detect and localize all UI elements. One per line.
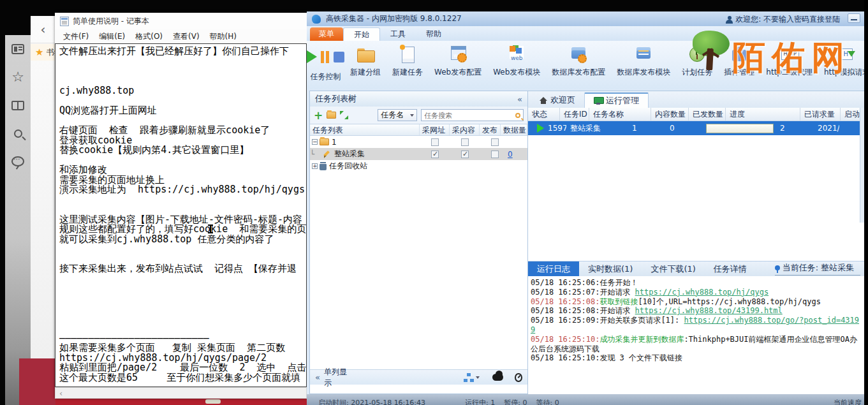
collector-titlebar[interactable]: 高铁采集器 - 内网加密狗版 9.8.0.1227 欢迎您: 不要输入密码直接登… — [307, 11, 864, 26]
checkbox[interactable] — [431, 138, 439, 146]
toolbar-button-web-config[interactable]: Web发布配置 — [429, 41, 487, 89]
toolbar-button-doc-new[interactable]: 新建任务 — [386, 41, 429, 89]
run-column-header[interactable]: 进度 — [726, 108, 800, 121]
toolbar-button-schedule[interactable]: 计划任务 — [676, 41, 718, 89]
collapse-bottom-icon[interactable]: « — [315, 372, 320, 382]
collapse-node-icon[interactable]: − — [312, 139, 318, 145]
run-column-header[interactable]: 已请求量 — [800, 108, 841, 121]
tab-file-download[interactable]: 文件下载(1) — [642, 261, 704, 277]
tab-task-detail[interactable]: 任务详情 — [705, 261, 756, 277]
tree-row-recycle[interactable]: +任务回收站 — [310, 160, 527, 172]
network-caret-icon[interactable] — [476, 376, 480, 379]
new-folder-icon[interactable] — [327, 112, 336, 119]
toolbar-button-db-config[interactable]: 数据库发布配置 — [546, 41, 611, 89]
checkbox[interactable] — [491, 151, 499, 158]
run-column-header[interactable]: 内容数量 — [651, 108, 689, 121]
run-log-area[interactable]: 05/18 16:25:06:任务开始！05/18 16:25:07:开始请求 … — [528, 276, 864, 395]
toolbar-button-web-module[interactable]: Web发布模块 — [487, 41, 546, 89]
task-tree-rows: −1└整站采集0+任务回收站 — [310, 136, 527, 172]
run-column-header[interactable]: 状态 — [528, 108, 560, 121]
notepad-text-line — [59, 66, 306, 77]
notepad-menu-item[interactable]: 帮助(H) — [205, 30, 241, 43]
toolbar-button-folder-new[interactable]: 新建分组 — [344, 41, 386, 89]
tree-column-header[interactable]: 采内容 — [450, 124, 480, 135]
log-link[interactable]: https://cj.why888.top/43199.html — [635, 306, 783, 315]
stop-icon[interactable] — [334, 52, 344, 63]
checkbox[interactable] — [461, 151, 469, 158]
expand-node-icon[interactable]: + — [312, 163, 318, 169]
tree-row-task[interactable]: └整站采集0 — [310, 148, 527, 160]
table-scrollbar[interactable] — [860, 108, 864, 223]
log-timestamp: 05/18 16:25:08: — [531, 297, 600, 306]
back-arrow-icon[interactable]: ‹ — [31, 21, 55, 39]
toolbar-button-db-module[interactable]: 数据库发布模块 — [611, 41, 676, 89]
log-entry: 05/18 16:25:09:开始关联多页请求[1]: https://cj.w… — [531, 316, 863, 335]
notepad-menu-item[interactable]: 查看(V) — [168, 30, 204, 43]
notepad-menu-item[interactable]: 格式(O) — [131, 30, 167, 43]
tab-realtime-data[interactable]: 实时数据(1) — [579, 261, 642, 277]
task-search-box[interactable] — [421, 109, 524, 121]
add-task-icon[interactable]: + — [314, 110, 323, 121]
log-link[interactable]: https://cj.why888.top/hj/qygs — [635, 288, 769, 297]
toolbar-button-plugin[interactable]: 插件管理 — [718, 41, 760, 89]
book-icon[interactable] — [5, 91, 31, 119]
video-progress-handle[interactable] — [205, 399, 221, 404]
run-column-header[interactable]: 任务名称 — [589, 108, 651, 121]
group-label: 1 — [332, 138, 337, 147]
run-column-header[interactable]: 已发数量 — [689, 108, 726, 121]
collapse-panel-icon[interactable]: « — [517, 94, 522, 104]
toolbar-button-http-proxy[interactable]: http二级代理 — [760, 41, 818, 89]
play-icon[interactable] — [307, 50, 317, 63]
pause-icon[interactable] — [321, 51, 330, 63]
cloud-download-icon[interactable] — [492, 374, 503, 381]
scroll-left-icon[interactable]: ‹ — [59, 388, 63, 398]
tree-column-header[interactable]: 发布 — [480, 124, 501, 135]
menu-button[interactable]: 菜单 — [310, 27, 343, 41]
search-icon[interactable] — [5, 119, 31, 147]
tab-run-log[interactable]: 运行日志 — [528, 261, 579, 277]
welcome-area[interactable]: 欢迎您: 不要输入密码直接登陆 — [726, 14, 840, 25]
tree-column-header[interactable]: 采网址 — [420, 124, 450, 135]
checkbox[interactable] — [431, 151, 439, 158]
minimize-button[interactable] — [848, 13, 860, 23]
run-column-header[interactable]: 任务ID — [560, 108, 589, 121]
data-count-link[interactable]: 0 — [508, 150, 513, 159]
toolbar-button-label: http二级代理 — [766, 67, 813, 78]
notepad-menu-item[interactable]: 文件(F) — [59, 30, 93, 43]
feed-icon[interactable] — [5, 35, 31, 63]
notepad-hscrollbar[interactable]: ‹ — [55, 387, 307, 399]
tree-column-header[interactable]: 任务列表 — [310, 124, 420, 135]
filter-field-select[interactable]: 任务名 — [378, 109, 417, 121]
toolbar-button-label: Web发布配置 — [434, 67, 482, 78]
tree-row-group[interactable]: −1 — [310, 136, 527, 148]
db-config-icon — [569, 45, 588, 64]
current-task-label: 当前任务: 整站采集 — [783, 262, 855, 274]
row-request-count: 2 — [774, 124, 814, 133]
log-text: 成功采集并更新到数据库 — [600, 335, 684, 344]
network-view-icon[interactable] — [463, 373, 472, 382]
bookmark-row[interactable]: ★ 书签 — [31, 44, 55, 61]
search-magnifier-icon[interactable] — [515, 113, 520, 118]
toolbar-button-http-sim[interactable]: http模拟请求 — [818, 41, 864, 89]
ribbon-tab-start[interactable]: 开始 — [343, 27, 380, 41]
checkbox[interactable] — [461, 138, 469, 146]
notepad-textarea[interactable]: 文件解压出来打开【我已经解压好了】你们自己操作下cj.why888.topQQ浏… — [55, 43, 307, 387]
tree-column-header[interactable]: 数据量 — [501, 124, 527, 135]
tab-run-management[interactable]: 运行管理 — [584, 92, 649, 108]
ribbon-tab-help[interactable]: 帮助 — [416, 27, 452, 41]
log-timestamp: 05/18 16:25:09: — [531, 316, 600, 325]
video-overlay-red — [19, 358, 55, 405]
tab-welcome[interactable]: 欢迎页 — [531, 92, 584, 108]
task-search-input[interactable] — [424, 112, 515, 119]
notepad-titlebar[interactable]: 简单使用说明 - 记事本 — [55, 13, 307, 29]
run-table-row[interactable]: 1597 整站采集 1 0 2 2021/5 — [528, 121, 864, 135]
expand-all-icon[interactable] — [340, 111, 348, 119]
chat-icon[interactable] — [5, 147, 31, 175]
notepad-menu-item[interactable]: 编辑(E) — [94, 30, 129, 43]
video-progress-bar[interactable] — [55, 399, 307, 405]
http-proxy-icon — [780, 45, 799, 64]
checkbox[interactable] — [491, 138, 499, 146]
ribbon-tab-tools[interactable]: 工具 — [380, 27, 416, 41]
history-clock-icon[interactable] — [515, 373, 522, 382]
favorites-star-icon[interactable]: ☆ — [5, 63, 31, 91]
